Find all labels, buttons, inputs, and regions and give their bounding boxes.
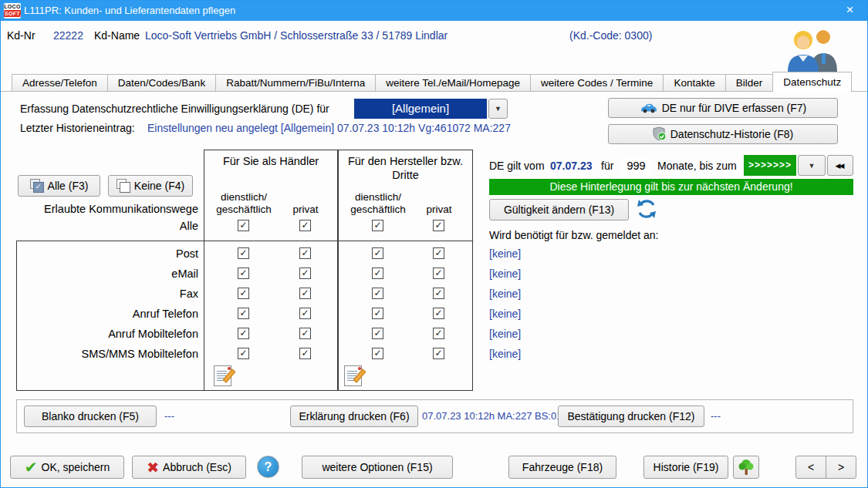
consent-checkbox[interactable]: ✓ <box>299 268 311 279</box>
consent-checkbox[interactable]: ✓ <box>238 247 249 259</box>
validity-banner: Diese Hinterlegung gilt bis zur nächsten… <box>489 179 853 195</box>
consent-checkbox[interactable]: ✓ <box>238 268 249 279</box>
tree-view-button[interactable] <box>733 456 759 479</box>
history-entry-label: Letzter Historieneintrag: <box>20 122 135 134</box>
consent-checkbox[interactable]: ✓ <box>299 288 311 299</box>
reported-item[interactable]: [keine] <box>489 328 521 340</box>
ok-speichern-button[interactable]: ✔ OK, speichern <box>10 456 124 479</box>
check-all-icon <box>30 179 44 193</box>
consent-checkbox[interactable]: ✓ <box>372 220 383 231</box>
consent-checkbox[interactable]: ✓ <box>433 220 444 231</box>
consent-checkbox[interactable]: ✓ <box>299 308 311 319</box>
edit-note-icon[interactable] <box>344 365 362 386</box>
consent-checkbox[interactable]: ✓ <box>299 348 311 359</box>
group-haendler-title: Für Sie als Händler <box>204 154 338 168</box>
reported-item[interactable]: [keine] <box>489 247 521 260</box>
consent-checkbox[interactable]: ✓ <box>372 328 383 339</box>
consent-checkbox[interactable]: ✓ <box>433 288 444 299</box>
gueltigkeit-aendern-button[interactable]: Gültigkeit ändern (F13) <box>489 199 629 220</box>
prev-button[interactable]: < <box>795 456 826 479</box>
row-label-anruf-mobil: Anruf Mobiltelefon <box>1 328 198 340</box>
valid-from-date: 07.07.23 <box>550 160 593 172</box>
kdname-value: Loco-Soft Vertriebs GmbH / Schlosserstra… <box>145 29 448 42</box>
row-label-anruf-telefon: Anruf Telefon <box>1 308 198 320</box>
kdcode-value: (Kd.-Code: 0300) <box>569 29 652 42</box>
bestaetigung-status: --- <box>711 410 721 422</box>
row-label-post: Post <box>1 247 198 260</box>
close-icon[interactable]: × <box>833 1 867 21</box>
group-hersteller-title: Für den Hersteller bzw. Dritte <box>338 154 473 182</box>
historie-button[interactable]: Historie (F19) <box>643 456 728 479</box>
consent-checkbox[interactable]: ✓ <box>433 247 444 259</box>
tab-weitere-codes-termine[interactable]: weitere Codes / Termine <box>530 74 664 91</box>
fuer-label: für <box>601 160 613 172</box>
kdname-label: Kd-Name <box>94 29 140 42</box>
consent-checkbox[interactable]: ✓ <box>299 247 311 259</box>
history-entry-value: Einstellungen neu angelegt [Allgemein] 0… <box>147 122 511 134</box>
abbruch-button[interactable]: ✖ Abbruch (Esc) <box>132 456 246 479</box>
keine-button[interactable]: Keine (F4) <box>108 175 193 197</box>
scope-dropdown-icon[interactable]: ▼ <box>488 99 508 119</box>
consent-checkbox[interactable]: ✓ <box>433 328 444 339</box>
tab-kontakte[interactable]: Kontakte <box>663 74 725 91</box>
subhead-dienstlich-1: dienstlich/geschäftlich <box>213 191 275 216</box>
subhead-privat-1: privat <box>279 204 333 216</box>
tab-datenschutz[interactable]: Datenschutz <box>772 72 852 92</box>
x-icon: ✖ <box>147 459 159 476</box>
subhead-privat-2: privat <box>412 204 466 216</box>
datenschutz-historie-button[interactable]: Datenschutz-Historie (F8) <box>608 124 838 144</box>
reported-item[interactable]: [keine] <box>489 268 521 280</box>
consent-checkbox[interactable]: ✓ <box>238 288 249 299</box>
reported-label: Wird benötigt für bzw. gemeldet an: <box>489 229 658 241</box>
tree-icon <box>737 458 755 476</box>
erklaerung-drucken-button[interactable]: Erklärung drucken (F6) <box>290 406 418 427</box>
consent-checkbox[interactable]: ✓ <box>238 220 249 231</box>
consent-checkbox[interactable]: ✓ <box>433 308 444 319</box>
refresh-icon[interactable] <box>636 198 657 220</box>
de-gilt-vom-label: DE gilt vom <box>489 160 545 172</box>
help-icon[interactable]: ? <box>257 456 279 478</box>
shield-check-icon <box>653 126 667 142</box>
bestaetigung-drucken-button[interactable]: Bestätigung drucken (F12) <box>558 406 704 427</box>
consent-checkbox[interactable]: ✓ <box>372 268 383 279</box>
alle-button[interactable]: Alle (F3) <box>18 175 100 197</box>
consent-checkbox[interactable]: ✓ <box>299 220 311 231</box>
reported-item[interactable]: [keine] <box>489 288 521 300</box>
subhead-dienstlich-2: dienstlich/geschäftlich <box>347 191 409 216</box>
monate-bis-zum-label: Monate, bis zum <box>657 160 737 172</box>
consent-checkbox[interactable]: ✓ <box>372 247 383 259</box>
reported-item[interactable]: [keine] <box>489 348 521 360</box>
tab-weitere-tel-email[interactable]: weitere Tel./eMail/Homepage <box>375 74 531 91</box>
customer-avatar-icon <box>780 27 842 72</box>
consent-checkbox[interactable]: ✓ <box>433 348 444 359</box>
consent-checkbox[interactable]: ✓ <box>238 328 249 339</box>
scope-select[interactable]: [Allgemein] <box>354 99 487 119</box>
until-dropdown-icon[interactable]: ▼ <box>798 155 826 176</box>
consent-checkbox[interactable]: ✓ <box>372 308 383 319</box>
tab-bilder[interactable]: Bilder <box>725 74 774 91</box>
row-label-sms: SMS/MMS Mobiltelefon <box>1 348 198 360</box>
tab-rabatt-nummern-fibu[interactable]: Rabatt/Nummern/FiBu/Interna <box>215 74 376 91</box>
app-window: LOCO SOFT L111PR: Kunden- und Lieferante… <box>0 0 868 488</box>
months-input[interactable] <box>621 156 651 174</box>
consent-checkbox[interactable]: ✓ <box>372 288 383 299</box>
consent-checkbox[interactable]: ✓ <box>238 348 249 359</box>
dive-capture-button[interactable]: DE nur für DIVE erfassen (F7) <box>608 98 838 118</box>
consent-checkbox[interactable]: ✓ <box>372 348 383 359</box>
reported-item[interactable]: [keine] <box>489 308 521 320</box>
consent-checkbox[interactable]: ✓ <box>433 268 444 279</box>
consent-checkbox[interactable]: ✓ <box>238 308 249 319</box>
blanko-drucken-button[interactable]: Blanko drucken (F5) <box>24 406 157 427</box>
row-label-email: eMail <box>1 268 198 280</box>
next-button[interactable]: > <box>826 456 856 479</box>
kdnr-label: Kd-Nr <box>7 29 35 42</box>
consent-checkbox[interactable]: ✓ <box>299 328 311 339</box>
check-icon: ✔ <box>25 458 38 476</box>
rewind-icon[interactable]: ◀◀ <box>827 155 853 176</box>
edit-note-icon[interactable] <box>214 365 231 386</box>
valid-until-field[interactable]: >>>>>>> <box>744 155 796 176</box>
tab-adresse-telefon[interactable]: Adresse/Telefon <box>12 74 108 91</box>
fahrzeuge-button[interactable]: Fahrzeuge (F18) <box>508 456 616 479</box>
weitere-optionen-button[interactable]: weitere Optionen (F15) <box>302 456 453 479</box>
tab-daten-codes-bank[interactable]: Daten/Codes/Bank <box>107 74 216 91</box>
